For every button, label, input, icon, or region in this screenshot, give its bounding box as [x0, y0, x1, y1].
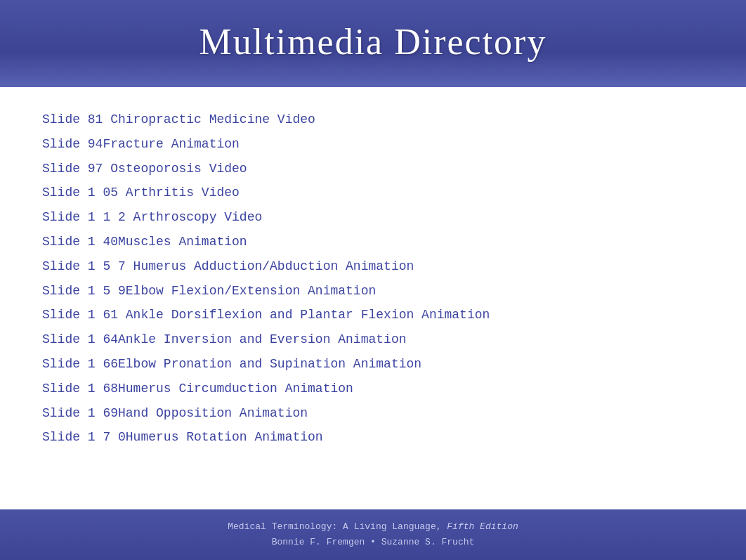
list-item[interactable]: Slide 1 66Elbow Pronation and Supination… [42, 353, 704, 376]
main-content: Slide 81 Chiropractic Medicine VideoSlid… [0, 87, 746, 509]
page-title: Multimedia Directory [14, 21, 732, 63]
list-item[interactable]: Slide 81 Chiropractic Medicine Video [42, 108, 704, 131]
list-item[interactable]: Slide 97 Osteoporosis Video [42, 157, 704, 181]
list-item[interactable]: Slide 1 7 0Humerus Rotation Animation [42, 426, 704, 449]
page-wrapper: Multimedia Directory Slide 81 Chiropract… [0, 0, 746, 560]
list-item[interactable]: Slide 1 40Muscles Animation [42, 230, 704, 254]
list-item[interactable]: Slide 1 5 7 Humerus Adduction/Abduction … [42, 255, 704, 278]
list-item[interactable]: Slide 1 1 2 Arthroscopy Video [42, 206, 704, 229]
footer-text-plain: Medical Terminology: A Living Language, [228, 521, 447, 532]
list-item[interactable]: Slide 1 68Humerus Circumduction Animatio… [42, 377, 704, 401]
list-item[interactable]: Slide 1 69Hand Opposition Animation [42, 402, 704, 425]
list-item[interactable]: Slide 1 05 Arthritis Video [42, 181, 704, 204]
slide-list: Slide 81 Chiropractic Medicine VideoSlid… [42, 108, 704, 449]
footer-line1: Medical Terminology: A Living Language, … [14, 519, 732, 535]
header: Multimedia Directory [0, 0, 746, 87]
footer-text-italic: Fifth Edition [447, 521, 518, 532]
list-item[interactable]: Slide 1 61 Ankle Dorsiflexion and Planta… [42, 304, 704, 327]
footer: Medical Terminology: A Living Language, … [0, 509, 746, 560]
footer-line2: Bonnie F. Fremgen • Suzanne S. Frucht [14, 535, 732, 550]
list-item[interactable]: Slide 1 5 9Elbow Flexion/Extension Anima… [42, 280, 704, 303]
list-item[interactable]: Slide 94Fracture Animation [42, 133, 704, 156]
list-item[interactable]: Slide 1 64Ankle Inversion and Eversion A… [42, 328, 704, 351]
